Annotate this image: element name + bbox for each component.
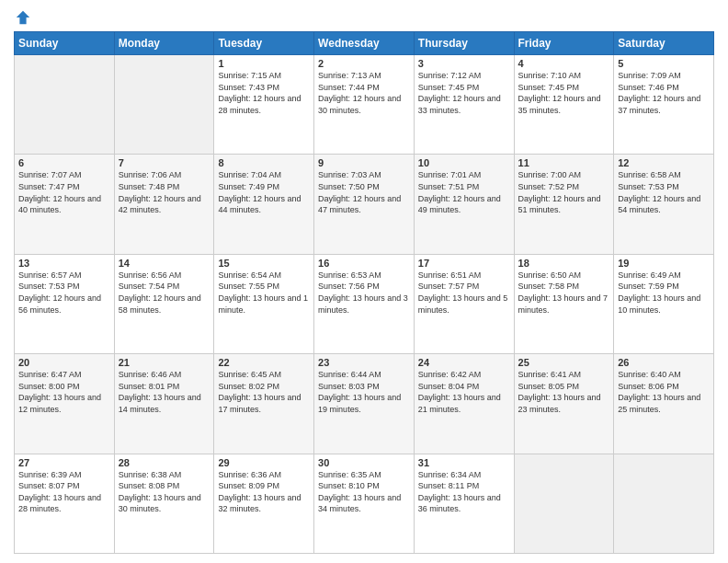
day-number: 16 — [318, 258, 410, 269]
calendar-cell: 20Sunrise: 6:47 AMSunset: 8:00 PMDayligh… — [15, 354, 115, 454]
calendar-cell — [15, 55, 115, 155]
day-number: 13 — [18, 258, 110, 269]
weekday-header-wednesday: Wednesday — [314, 32, 415, 55]
day-number: 10 — [418, 157, 510, 168]
calendar-cell: 2Sunrise: 7:13 AMSunset: 7:44 PMDaylight… — [314, 55, 415, 155]
calendar-cell: 15Sunrise: 6:54 AMSunset: 7:55 PMDayligh… — [214, 254, 314, 353]
calendar-cell: 31Sunrise: 6:34 AMSunset: 8:11 PMDayligh… — [414, 454, 514, 553]
day-number: 30 — [318, 457, 410, 468]
calendar-cell: 6Sunrise: 7:07 AMSunset: 7:47 PMDaylight… — [15, 155, 115, 254]
day-number: 17 — [418, 258, 510, 269]
day-info: Sunrise: 7:10 AMSunset: 7:45 PMDaylight:… — [518, 70, 610, 116]
calendar-cell: 3Sunrise: 7:12 AMSunset: 7:45 PMDaylight… — [414, 55, 514, 155]
day-number: 5 — [618, 58, 710, 69]
day-number: 2 — [318, 58, 410, 69]
day-info: Sunrise: 6:44 AMSunset: 8:03 PMDaylight:… — [318, 369, 410, 415]
calendar-cell: 4Sunrise: 7:10 AMSunset: 7:45 PMDaylight… — [514, 55, 614, 155]
day-info: Sunrise: 7:09 AMSunset: 7:46 PMDaylight:… — [618, 70, 710, 116]
day-info: Sunrise: 6:34 AMSunset: 8:11 PMDaylight:… — [418, 469, 510, 515]
calendar-cell: 8Sunrise: 7:04 AMSunset: 7:49 PMDaylight… — [214, 155, 314, 254]
calendar-cell: 26Sunrise: 6:40 AMSunset: 8:06 PMDayligh… — [614, 354, 714, 454]
calendar-week-row: 6Sunrise: 7:07 AMSunset: 7:47 PMDaylight… — [15, 155, 714, 254]
day-info: Sunrise: 6:50 AMSunset: 7:58 PMDaylight:… — [518, 270, 610, 316]
day-number: 9 — [318, 157, 410, 168]
calendar-cell: 13Sunrise: 6:57 AMSunset: 7:53 PMDayligh… — [15, 254, 115, 353]
day-number: 25 — [518, 357, 610, 368]
day-number: 29 — [218, 457, 310, 468]
day-info: Sunrise: 6:51 AMSunset: 7:57 PMDaylight:… — [418, 270, 510, 316]
day-info: Sunrise: 6:41 AMSunset: 8:05 PMDaylight:… — [518, 369, 610, 415]
calendar-cell: 17Sunrise: 6:51 AMSunset: 7:57 PMDayligh… — [414, 254, 514, 353]
day-info: Sunrise: 6:39 AMSunset: 8:07 PMDaylight:… — [18, 469, 110, 515]
calendar-week-row: 1Sunrise: 7:15 AMSunset: 7:43 PMDaylight… — [15, 55, 714, 155]
day-number: 19 — [618, 258, 710, 269]
logo-icon — [15, 9, 31, 26]
day-number: 12 — [618, 157, 710, 168]
day-number: 7 — [119, 157, 210, 168]
day-info: Sunrise: 6:56 AMSunset: 7:54 PMDaylight:… — [119, 270, 210, 316]
page: SundayMondayTuesdayWednesdayThursdayFrid… — [0, 0, 728, 563]
calendar-week-row: 20Sunrise: 6:47 AMSunset: 8:00 PMDayligh… — [15, 354, 714, 454]
day-info: Sunrise: 7:03 AMSunset: 7:50 PMDaylight:… — [318, 169, 410, 215]
calendar-cell: 24Sunrise: 6:42 AMSunset: 8:04 PMDayligh… — [414, 354, 514, 454]
weekday-header-monday: Monday — [114, 32, 214, 55]
calendar-cell: 27Sunrise: 6:39 AMSunset: 8:07 PMDayligh… — [15, 454, 115, 553]
day-number: 18 — [518, 258, 610, 269]
day-number: 31 — [418, 457, 510, 468]
calendar-cell: 16Sunrise: 6:53 AMSunset: 7:56 PMDayligh… — [314, 254, 415, 353]
header — [14, 9, 714, 26]
day-number: 20 — [18, 357, 110, 368]
day-number: 1 — [218, 58, 310, 69]
day-info: Sunrise: 6:47 AMSunset: 8:00 PMDaylight:… — [18, 369, 110, 415]
svg-marker-0 — [17, 11, 29, 24]
day-number: 28 — [119, 457, 210, 468]
day-info: Sunrise: 6:46 AMSunset: 8:01 PMDaylight:… — [119, 369, 210, 415]
calendar-cell: 12Sunrise: 6:58 AMSunset: 7:53 PMDayligh… — [614, 155, 714, 254]
calendar-cell: 28Sunrise: 6:38 AMSunset: 8:08 PMDayligh… — [114, 454, 214, 553]
day-info: Sunrise: 6:45 AMSunset: 8:02 PMDaylight:… — [218, 369, 310, 415]
calendar-cell: 14Sunrise: 6:56 AMSunset: 7:54 PMDayligh… — [114, 254, 214, 353]
day-info: Sunrise: 6:53 AMSunset: 7:56 PMDaylight:… — [318, 270, 410, 316]
calendar-cell — [614, 454, 714, 553]
calendar-cell: 25Sunrise: 6:41 AMSunset: 8:05 PMDayligh… — [514, 354, 614, 454]
calendar-cell: 21Sunrise: 6:46 AMSunset: 8:01 PMDayligh… — [114, 354, 214, 454]
weekday-header-tuesday: Tuesday — [214, 32, 314, 55]
calendar-cell: 19Sunrise: 6:49 AMSunset: 7:59 PMDayligh… — [614, 254, 714, 353]
calendar-cell: 30Sunrise: 6:35 AMSunset: 8:10 PMDayligh… — [314, 454, 415, 553]
day-number: 8 — [218, 157, 310, 168]
day-info: Sunrise: 7:07 AMSunset: 7:47 PMDaylight:… — [18, 169, 110, 215]
day-info: Sunrise: 6:54 AMSunset: 7:55 PMDaylight:… — [218, 270, 310, 316]
weekday-header-friday: Friday — [514, 32, 614, 55]
day-info: Sunrise: 6:58 AMSunset: 7:53 PMDaylight:… — [618, 169, 710, 215]
day-info: Sunrise: 6:42 AMSunset: 8:04 PMDaylight:… — [418, 369, 510, 415]
weekday-header-thursday: Thursday — [414, 32, 514, 55]
day-info: Sunrise: 6:36 AMSunset: 8:09 PMDaylight:… — [218, 469, 310, 515]
weekday-header-row: SundayMondayTuesdayWednesdayThursdayFrid… — [15, 32, 714, 55]
calendar-cell: 11Sunrise: 7:00 AMSunset: 7:52 PMDayligh… — [514, 155, 614, 254]
day-number: 24 — [418, 357, 510, 368]
day-number: 4 — [518, 58, 610, 69]
day-number: 14 — [119, 258, 210, 269]
calendar-cell — [514, 454, 614, 553]
day-info: Sunrise: 7:15 AMSunset: 7:43 PMDaylight:… — [218, 70, 310, 116]
calendar-week-row: 27Sunrise: 6:39 AMSunset: 8:07 PMDayligh… — [15, 454, 714, 553]
day-info: Sunrise: 7:12 AMSunset: 7:45 PMDaylight:… — [418, 70, 510, 116]
calendar-cell: 22Sunrise: 6:45 AMSunset: 8:02 PMDayligh… — [214, 354, 314, 454]
day-info: Sunrise: 6:49 AMSunset: 7:59 PMDaylight:… — [618, 270, 710, 316]
day-number: 3 — [418, 58, 510, 69]
day-number: 6 — [18, 157, 110, 168]
calendar-cell: 10Sunrise: 7:01 AMSunset: 7:51 PMDayligh… — [414, 155, 514, 254]
day-info: Sunrise: 7:01 AMSunset: 7:51 PMDaylight:… — [418, 169, 510, 215]
day-info: Sunrise: 6:38 AMSunset: 8:08 PMDaylight:… — [119, 469, 210, 515]
calendar-cell: 7Sunrise: 7:06 AMSunset: 7:48 PMDaylight… — [114, 155, 214, 254]
day-info: Sunrise: 7:04 AMSunset: 7:49 PMDaylight:… — [218, 169, 310, 215]
weekday-header-sunday: Sunday — [15, 32, 115, 55]
day-number: 11 — [518, 157, 610, 168]
day-number: 21 — [119, 357, 210, 368]
calendar-table: SundayMondayTuesdayWednesdayThursdayFrid… — [14, 31, 714, 554]
logo — [14, 9, 31, 26]
day-number: 27 — [18, 457, 110, 468]
day-info: Sunrise: 6:57 AMSunset: 7:53 PMDaylight:… — [18, 270, 110, 316]
calendar-cell: 1Sunrise: 7:15 AMSunset: 7:43 PMDaylight… — [214, 55, 314, 155]
calendar-cell: 29Sunrise: 6:36 AMSunset: 8:09 PMDayligh… — [214, 454, 314, 553]
